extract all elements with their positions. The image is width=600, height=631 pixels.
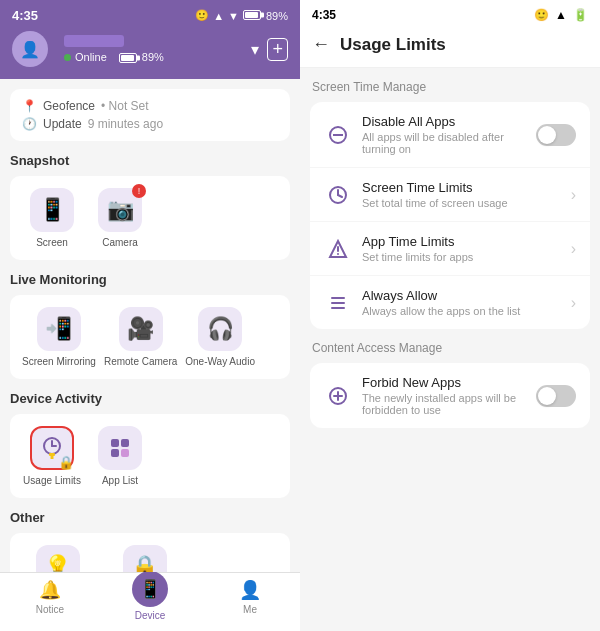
online-dot xyxy=(64,54,71,61)
content-access-card: Forbid New Apps The newly installed apps… xyxy=(310,363,590,428)
dropdown-icon[interactable]: ▾ xyxy=(251,40,259,59)
screen-time-manage-label: Screen Time Manage xyxy=(310,80,590,94)
find-childs-app-icon: 💡 xyxy=(36,545,80,572)
check-permissions-icon: 🔒 xyxy=(123,545,167,572)
snapshot-title: Snapshot xyxy=(10,153,290,168)
device-activity-title: Device Activity xyxy=(10,391,290,406)
online-label: Online xyxy=(75,51,107,63)
notice-label: Notice xyxy=(36,604,64,615)
app-list-svg xyxy=(108,436,132,460)
check-permissions-item[interactable]: 🔒 Check Permissions xyxy=(102,545,188,572)
forbid-new-apps-subtitle: The newly installed apps will be forbidd… xyxy=(362,392,526,416)
nav-device[interactable]: 📱 Device xyxy=(100,579,200,621)
right-time: 4:35 xyxy=(312,8,336,22)
app-list-icon-circle xyxy=(98,426,142,470)
always-allow-row[interactable]: Always Allow Always allow the apps on th… xyxy=(310,276,590,329)
chevron-icon-2: › xyxy=(571,240,576,257)
geofence-value: • Not Set xyxy=(101,99,149,113)
svg-rect-3 xyxy=(111,439,119,447)
header-actions: ▾ + xyxy=(251,38,288,61)
right-wifi-icon: ▲ xyxy=(555,8,567,22)
screen-icon-circle: 📱 xyxy=(30,188,74,232)
update-row: 🕐 Update 9 minutes ago xyxy=(22,117,278,131)
live-monitoring-title: Live Monitoring xyxy=(10,272,290,287)
back-button[interactable]: ← xyxy=(312,34,330,55)
geofence-label: Geofence xyxy=(43,99,95,113)
update-value: 9 minutes ago xyxy=(88,117,163,131)
profile-row: 👤 Online 89% ▾ + xyxy=(12,31,288,67)
always-allow-text: Always Allow Always allow the apps on th… xyxy=(362,288,561,317)
other-grid: 💡 Find Child's App 🔒 Check Permissions xyxy=(10,533,290,572)
wifi-icon: ▲ xyxy=(213,10,224,22)
app-list-label: App List xyxy=(102,475,138,486)
disable-all-apps-icon xyxy=(324,121,352,149)
svg-rect-6 xyxy=(121,449,129,457)
one-way-audio-label: One-Way Audio xyxy=(185,356,255,367)
screen-item[interactable]: 📱 Screen xyxy=(22,188,82,248)
usage-limits-title: Usage Limits xyxy=(340,35,446,55)
disable-all-apps-row[interactable]: Disable All Apps All apps will be disabl… xyxy=(310,102,590,168)
app-time-limits-row[interactable]: App Time Limits Set time limits for apps… xyxy=(310,222,590,276)
svg-rect-5 xyxy=(111,449,119,457)
screen-time-limits-chevron: › xyxy=(571,186,576,204)
profile-info: Online 89% xyxy=(64,35,164,63)
right-scroll: Screen Time Manage Disable All Apps All … xyxy=(300,68,600,631)
time-display: 4:35 xyxy=(12,8,38,23)
content-access-label: Content Access Manage xyxy=(310,341,590,355)
forbid-new-apps-toggle[interactable] xyxy=(536,385,576,407)
svg-rect-17 xyxy=(331,307,345,309)
nav-me[interactable]: 👤 Me xyxy=(200,579,300,621)
usage-limits-label: Usage Limits xyxy=(23,475,81,486)
usage-limits-item[interactable]: 🔒 Usage Limits xyxy=(22,426,82,486)
screen-time-limits-row[interactable]: Screen Time Limits Set total time of scr… xyxy=(310,168,590,222)
left-panel: 4:35 🙂 ▲ ▼ 89% 👤 Online xyxy=(0,0,300,631)
device-label: Device xyxy=(135,610,166,621)
lock-overlay-icon: 🔒 xyxy=(58,455,74,470)
bottom-nav: 🔔 Notice 📱 Device 👤 Me xyxy=(0,572,300,631)
geofence-icon: 📍 xyxy=(22,99,37,113)
disable-all-apps-toggle[interactable] xyxy=(536,124,576,146)
status-bar: 4:35 🙂 ▲ ▼ 89% xyxy=(12,8,288,23)
chevron-icon-1: › xyxy=(571,186,576,203)
camera-label: Camera xyxy=(102,237,138,248)
disable-all-apps-text: Disable All Apps All apps will be disabl… xyxy=(362,114,526,155)
always-allow-title: Always Allow xyxy=(362,288,561,303)
find-childs-app-item[interactable]: 💡 Find Child's App xyxy=(22,545,94,572)
app-list-item[interactable]: App List xyxy=(90,426,150,486)
camera-item[interactable]: 📷 ! Camera xyxy=(90,188,150,248)
screen-mirroring-item[interactable]: 📲 Screen Mirroring xyxy=(22,307,96,367)
remote-camera-item[interactable]: 🎥 Remote Camera xyxy=(104,307,177,367)
camera-icon-circle: 📷 ! xyxy=(98,188,142,232)
toggle-forbid-new[interactable] xyxy=(536,385,576,407)
right-status-icons: 🙂 ▲ 🔋 xyxy=(534,8,588,22)
avatar: 👤 xyxy=(12,31,48,67)
always-allow-subtitle: Always allow the apps on the list xyxy=(362,305,561,317)
nav-notice[interactable]: 🔔 Notice xyxy=(0,579,100,621)
toggle-disable-all[interactable] xyxy=(536,124,576,146)
update-icon: 🕐 xyxy=(22,117,37,131)
one-way-audio-item[interactable]: 🎧 One-Way Audio xyxy=(185,307,255,367)
usage-limits-icon-circle: 🔒 xyxy=(30,426,74,470)
svg-point-14 xyxy=(337,253,339,255)
me-label: Me xyxy=(243,604,257,615)
app-time-limits-chevron: › xyxy=(571,240,576,258)
disable-all-apps-title: Disable All Apps xyxy=(362,114,526,129)
app-time-limits-icon xyxy=(324,235,352,263)
one-way-audio-icon: 🎧 xyxy=(198,307,242,351)
svg-line-11 xyxy=(338,195,342,197)
forbid-new-apps-title: Forbid New Apps xyxy=(362,375,526,390)
app-time-limits-subtitle: Set time limits for apps xyxy=(362,251,561,263)
live-monitoring-grid: 📲 Screen Mirroring 🎥 Remote Camera 🎧 One… xyxy=(10,295,290,379)
info-card: 📍 Geofence • Not Set 🕐 Update 9 minutes … xyxy=(10,89,290,141)
screen-label: Screen xyxy=(36,237,68,248)
device-activity-grid: 🔒 Usage Limits App List xyxy=(10,414,290,498)
add-icon[interactable]: + xyxy=(267,38,288,61)
remote-camera-label: Remote Camera xyxy=(104,356,177,367)
snapshot-grid: 📱 Screen 📷 ! Camera xyxy=(10,176,290,260)
forbid-new-apps-row[interactable]: Forbid New Apps The newly installed apps… xyxy=(310,363,590,428)
svg-rect-2 xyxy=(51,455,54,459)
battery-icon xyxy=(243,10,261,20)
screen-time-limits-text: Screen Time Limits Set total time of scr… xyxy=(362,180,561,209)
device-icon: 📱 xyxy=(132,571,168,607)
smiley-icon: 🙂 xyxy=(195,9,209,22)
